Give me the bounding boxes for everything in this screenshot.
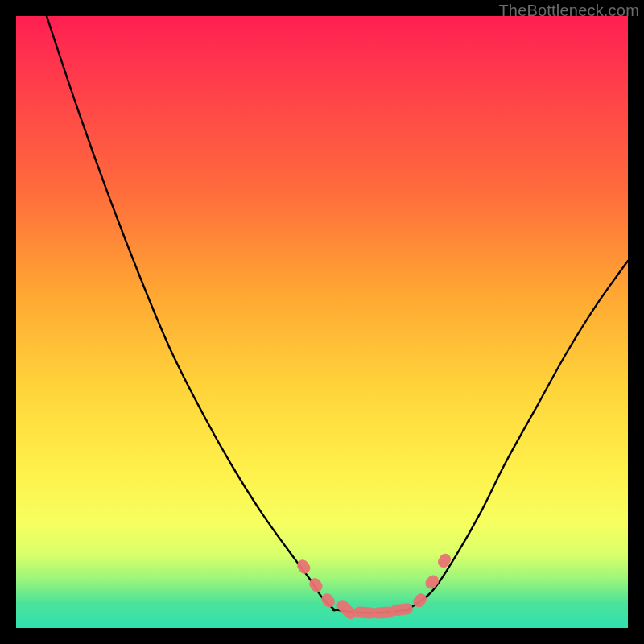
bead-marker [320, 591, 337, 609]
bottleneck-curve [47, 16, 628, 613]
svg-rect-8 [423, 573, 441, 592]
curve-group [47, 16, 628, 613]
bead-marker [295, 558, 312, 576]
bead-marker [436, 551, 452, 570]
outer-frame: TheBottleneck.com [0, 0, 644, 644]
bead-marker [423, 573, 441, 592]
svg-rect-0 [295, 558, 312, 576]
curve-svg [16, 16, 628, 628]
svg-rect-9 [436, 551, 452, 570]
svg-rect-6 [390, 603, 414, 617]
svg-rect-2 [320, 591, 337, 609]
plot-area [16, 16, 628, 628]
bead-marker [390, 603, 414, 617]
beads-group [295, 551, 452, 621]
